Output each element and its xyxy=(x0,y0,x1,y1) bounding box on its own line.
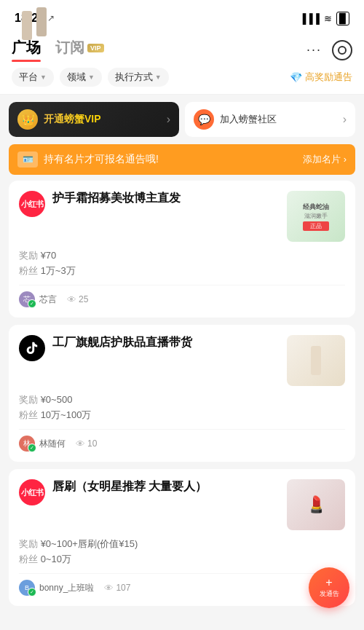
author-name: 林随何 xyxy=(39,438,66,450)
task-thumbnail: 经典蛇油 滋润嫩手 正品 xyxy=(287,191,345,242)
task-views: 👁 25 xyxy=(67,294,88,305)
promo-row: 👑 开通螃蟹VIP › 💬 加入螃蟹社区 › xyxy=(0,95,364,144)
community-arrow-icon: › xyxy=(343,113,347,126)
product-image: 💄 xyxy=(287,479,345,530)
task-card-header: 工厂旗舰店护肤品直播带货 xyxy=(19,335,345,386)
diamond-icon: 💎 xyxy=(290,71,302,83)
location-arrow-icon: ↗ xyxy=(47,13,55,23)
high-reward-button[interactable]: 💎 高奖励通告 xyxy=(290,71,352,84)
author-name: bonny_上班啦 xyxy=(39,582,94,594)
filter-bar: 平台 ▼ 领域 ▼ 执行方式 ▼ 💎 高奖励通告 xyxy=(0,62,364,95)
task-footer: 林 ✓ 林随何 👁 10 xyxy=(19,429,345,452)
plus-icon: + xyxy=(325,577,332,588)
task-card[interactable]: 小红书 唇刷（女明星推荐 大量要人） 💄 奖励 ¥0~100+唇刷(价值¥15)… xyxy=(9,469,355,606)
task-thumbnail xyxy=(287,335,345,386)
task-reward-row: 奖励 ¥0~500 xyxy=(19,393,345,406)
status-bar: 18:20 ↗ ▐▐▐ ≋ ▉ xyxy=(0,0,364,32)
tab-dingyue[interactable]: 订阅 VIP xyxy=(55,38,104,62)
fab-label: 发通告 xyxy=(320,589,339,599)
eye-icon: 👁 xyxy=(76,438,85,449)
card-notice-icon: 🪪 xyxy=(17,151,38,168)
task-views: 👁 10 xyxy=(76,438,97,449)
chevron-down-icon: ▼ xyxy=(88,74,95,81)
task-footer: B ✓ bonny_上班啦 👁 107 xyxy=(19,573,345,596)
task-reward-row: 奖励 ¥70 xyxy=(19,249,345,262)
author-avatar: B ✓ xyxy=(19,580,35,596)
vip-banner[interactable]: 👑 开通螃蟹VIP › xyxy=(9,102,179,137)
task-card[interactable]: 小红书 护手霜招募美妆博主直发 经典蛇油 滋润嫩手 正品 奖励 ¥70 xyxy=(9,181,355,318)
task-fans-row: 粉丝 0~10万 xyxy=(19,553,345,566)
vip-badge: VIP xyxy=(87,44,104,52)
status-icons: ▐▐▐ ≋ ▉ xyxy=(299,12,349,25)
publish-notice-fab[interactable]: + 发通告 xyxy=(309,567,349,608)
community-banner-text: 加入螃蟹社区 xyxy=(220,113,277,126)
card-notice-banner[interactable]: 🪪 持有名片才可报名通告哦! 添加名片 › xyxy=(9,144,355,175)
filter-platform[interactable]: 平台 ▼ xyxy=(12,68,54,87)
header: 广场 订阅 VIP ··· xyxy=(0,32,364,62)
community-chat-icon: 💬 xyxy=(194,109,214,130)
task-fans-row: 粉丝 10万~100万 xyxy=(19,409,345,422)
task-title: 护手霜招募美妆博主直发 xyxy=(52,191,280,206)
task-title: 唇刷（女明星推荐 大量要人） xyxy=(52,479,280,495)
signal-icon: ▐▐▐ xyxy=(299,13,320,24)
platform-xiaohongshu-icon: 小红书 xyxy=(19,191,45,217)
task-fans-row: 粉丝 1万~3万 xyxy=(19,264,345,277)
product-image xyxy=(287,335,345,386)
chevron-down-icon: ▼ xyxy=(155,74,162,81)
verify-badge: ✓ xyxy=(28,588,36,596)
verify-badge: ✓ xyxy=(28,444,36,452)
task-info: 奖励 ¥70 粉丝 1万~3万 xyxy=(19,249,345,277)
tab-guangchang[interactable]: 广场 xyxy=(12,38,41,62)
task-title: 工厂旗舰店护肤品直播带货 xyxy=(52,335,280,350)
vip-crown-icon: 👑 xyxy=(17,109,38,130)
vip-arrow-icon: › xyxy=(167,113,170,126)
author-name: 芯言 xyxy=(39,294,57,306)
verify-badge: ✓ xyxy=(28,299,36,308)
tiktok-logo-icon xyxy=(25,341,39,355)
eye-icon: 👁 xyxy=(67,294,76,305)
task-card-header: 小红书 唇刷（女明星推荐 大量要人） 💄 xyxy=(19,479,345,530)
task-reward-row: 奖励 ¥0~100+唇刷(价值¥15) xyxy=(19,538,345,551)
community-banner[interactable]: 💬 加入螃蟹社区 › xyxy=(185,102,355,137)
more-button[interactable]: ··· xyxy=(306,42,322,58)
product-image: 经典蛇油 滋润嫩手 正品 xyxy=(287,191,345,242)
task-info: 奖励 ¥0~500 粉丝 10万~100万 xyxy=(19,393,345,422)
vip-banner-text: 开通螃蟹VIP xyxy=(44,113,101,126)
task-card[interactable]: 工厂旗舰店护肤品直播带货 奖励 ¥0~500 粉丝 xyxy=(9,325,355,462)
filter-domain[interactable]: 领域 ▼ xyxy=(60,68,102,87)
author-avatar: 芯 ✓ xyxy=(19,291,35,307)
task-views: 👁 107 xyxy=(104,583,130,594)
add-card-button[interactable]: 添加名片 › xyxy=(303,153,347,166)
task-card-header: 小红书 护手霜招募美妆博主直发 经典蛇油 滋润嫩手 正品 xyxy=(19,191,345,242)
task-info: 奖励 ¥0~100+唇刷(价值¥15) 粉丝 0~10万 xyxy=(19,538,345,566)
nav-tabs: 广场 订阅 VIP xyxy=(12,38,104,62)
card-notice-text: 持有名片才可报名通告哦! xyxy=(44,153,303,166)
scan-button[interactable] xyxy=(332,40,352,60)
wifi-icon: ≋ xyxy=(324,13,332,24)
eye-icon: 👁 xyxy=(104,583,114,594)
header-actions: ··· xyxy=(306,40,352,60)
platform-tiktok-icon xyxy=(19,335,45,361)
author-avatar: 林 ✓ xyxy=(19,436,35,452)
tasks-list: 小红书 护手霜招募美妆博主直发 经典蛇油 滋润嫩手 正品 奖励 ¥70 xyxy=(0,181,364,606)
chevron-down-icon: ▼ xyxy=(40,74,47,81)
scan-inner-icon xyxy=(338,46,347,55)
task-thumbnail: 💄 xyxy=(287,479,345,530)
filter-execution[interactable]: 执行方式 ▼ xyxy=(108,68,169,87)
header-nav: 广场 订阅 VIP ··· xyxy=(12,38,352,62)
task-footer: 芯 ✓ 芯言 👁 25 xyxy=(19,285,345,307)
platform-xiaohongshu-icon: 小红书 xyxy=(19,479,45,505)
battery-icon: ▉ xyxy=(336,12,349,25)
